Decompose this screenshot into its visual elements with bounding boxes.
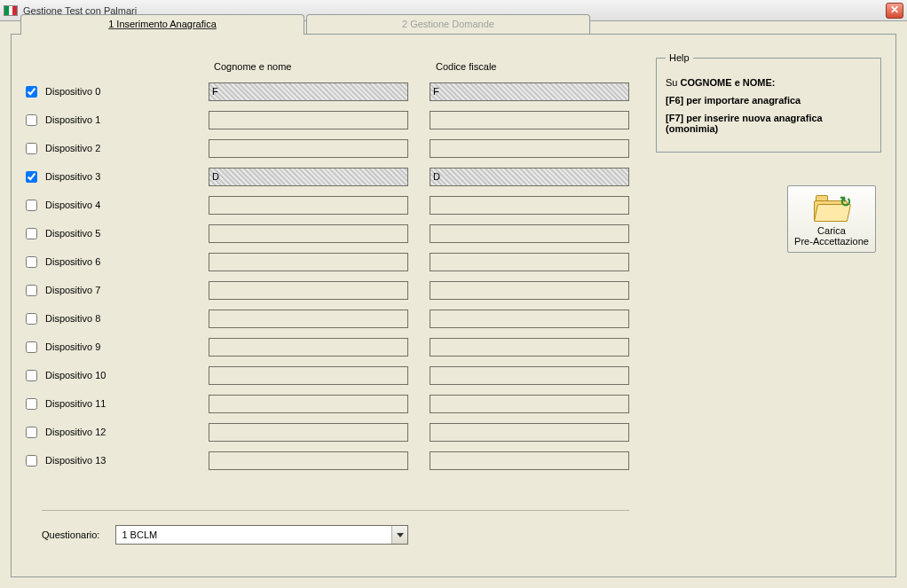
device-checkbox[interactable] <box>26 228 37 239</box>
main-panel: 1 Inserimento Anagrafica 2 Gestione Doma… <box>11 34 896 577</box>
device-row: Dispositivo 1 <box>26 106 638 134</box>
tab-domande[interactable]: 2 Gestione Domande <box>306 14 590 34</box>
device-row: Dispositivo 5 <box>26 219 638 247</box>
cf-input[interactable] <box>430 82 629 101</box>
device-label: Dispositivo 4 <box>40 200 209 210</box>
device-label: Dispositivo 10 <box>40 370 209 380</box>
questionario-label: Questionario: <box>42 529 99 540</box>
cf-input <box>430 366 629 385</box>
name-input <box>209 451 408 470</box>
device-row: Dispositivo 11 <box>26 389 638 418</box>
help-line-2: [F6] per importare anagrafica <box>666 95 872 106</box>
device-label: Dispositivo 11 <box>40 398 209 409</box>
questionario-row: Questionario: 1 BCLM <box>42 525 408 545</box>
name-input[interactable] <box>209 82 408 101</box>
device-label: Dispositivo 2 <box>40 143 209 153</box>
name-input <box>209 139 408 158</box>
name-input <box>209 281 408 300</box>
cf-input <box>430 111 629 129</box>
device-row: Dispositivo 8 <box>26 304 638 333</box>
device-label: Dispositivo 5 <box>40 228 209 239</box>
folder-refresh-icon: ↻ <box>792 192 872 225</box>
column-headers: Cognome e nome Codice fiscale <box>26 61 638 72</box>
separator <box>42 510 629 511</box>
load-preaccept-button[interactable]: ↻ Carica Pre-Accettazione <box>787 185 876 253</box>
name-input <box>209 423 408 442</box>
tab-anagrafica[interactable]: 1 Inserimento Anagrafica <box>20 14 304 34</box>
cf-input <box>430 395 629 413</box>
help-line-1: Su COGNOME e NOME: <box>666 77 872 88</box>
device-row: Dispositivo 4 <box>26 191 638 219</box>
device-row: Dispositivo 13 <box>26 446 638 474</box>
device-checkbox[interactable] <box>26 341 37 353</box>
device-label: Dispositivo 3 <box>40 171 209 182</box>
cf-input <box>430 451 629 470</box>
questionario-value: 1 BCLM <box>122 529 157 540</box>
device-label: Dispositivo 13 <box>40 455 209 466</box>
device-label: Dispositivo 12 <box>40 427 209 437</box>
side-area: Help Su COGNOME e NOME: [F6] per importa… <box>638 61 881 474</box>
device-label: Dispositivo 8 <box>40 313 209 324</box>
help-line-3: [F7] per inserire nuova anagrafica (omon… <box>666 113 872 134</box>
name-input[interactable] <box>209 168 408 186</box>
cf-input <box>430 423 629 442</box>
device-checkbox[interactable] <box>26 256 37 268</box>
header-name: Cognome e nome <box>214 61 436 72</box>
device-checkbox[interactable] <box>26 313 37 325</box>
device-checkbox[interactable] <box>26 86 37 98</box>
cf-input[interactable] <box>430 168 629 186</box>
close-icon: ✕ <box>890 4 899 16</box>
device-row: Dispositivo 7 <box>26 276 638 304</box>
device-checkbox[interactable] <box>26 398 37 410</box>
cf-input <box>430 139 629 158</box>
tab-label: 1 Inserimento Anagrafica <box>108 19 217 29</box>
device-label: Dispositivo 7 <box>40 285 209 295</box>
device-checkbox[interactable] <box>26 285 37 296</box>
window-body: 1 Inserimento Anagrafica 2 Gestione Doma… <box>0 21 907 588</box>
tab-label: 2 Gestione Domande <box>402 19 494 29</box>
cf-input <box>430 281 629 300</box>
cf-input <box>430 253 629 271</box>
name-input <box>209 224 408 243</box>
help-box: Help Su COGNOME e NOME: [F6] per importa… <box>656 52 881 153</box>
device-checkbox[interactable] <box>26 427 37 438</box>
device-checkbox[interactable] <box>26 143 37 154</box>
device-grid: Cognome e nome Codice fiscale Dispositiv… <box>26 61 638 474</box>
cf-input <box>430 196 629 215</box>
header-cf: Codice fiscale <box>436 61 635 72</box>
name-input <box>209 253 408 271</box>
device-checkbox[interactable] <box>26 455 37 466</box>
device-row: Dispositivo 9 <box>26 333 638 361</box>
close-button[interactable]: ✕ <box>886 3 903 19</box>
cf-input <box>430 224 629 243</box>
tabstrip: 1 Inserimento Anagrafica 2 Gestione Doma… <box>20 14 592 34</box>
help-legend: Help <box>666 52 693 63</box>
name-input <box>209 366 408 385</box>
name-input <box>209 196 408 215</box>
questionario-combo[interactable]: 1 BCLM <box>115 525 408 545</box>
name-input <box>209 111 408 129</box>
device-checkbox[interactable] <box>26 370 37 381</box>
cf-input <box>430 338 629 357</box>
device-label: Dispositivo 0 <box>40 86 209 97</box>
device-checkbox[interactable] <box>26 171 37 183</box>
chevron-down-icon <box>391 526 407 544</box>
load-button-label: Carica Pre-Accettazione <box>792 225 872 247</box>
cf-input <box>430 310 629 328</box>
device-row: Dispositivo 3 <box>26 162 638 191</box>
device-label: Dispositivo 1 <box>40 114 209 125</box>
device-label: Dispositivo 6 <box>40 256 209 267</box>
name-input <box>209 395 408 413</box>
device-row: Dispositivo 6 <box>26 247 638 276</box>
device-row: Dispositivo 12 <box>26 418 638 446</box>
device-checkbox[interactable] <box>26 114 37 126</box>
device-checkbox[interactable] <box>26 200 37 211</box>
device-row: Dispositivo 0 <box>26 77 638 106</box>
name-input <box>209 338 408 357</box>
device-label: Dispositivo 9 <box>40 341 209 352</box>
flag-icon <box>4 5 18 16</box>
device-row: Dispositivo 10 <box>26 361 638 389</box>
device-row: Dispositivo 2 <box>26 134 638 162</box>
name-input <box>209 310 408 328</box>
